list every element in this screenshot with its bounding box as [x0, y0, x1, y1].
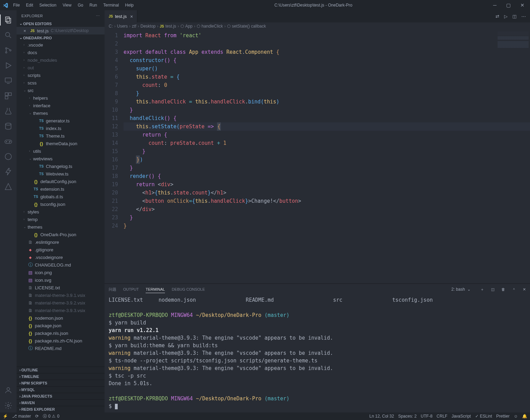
status-spaces[interactable]: Spaces: 2 [398, 414, 416, 419]
status-eol[interactable]: CRLF [436, 414, 447, 419]
file-item[interactable]: ▧icon.png [17, 269, 105, 276]
collapsed-panel[interactable]: ›MYSQL [17, 386, 105, 393]
file-item[interactable]: TSglobals.d.ts [17, 193, 105, 200]
file-item[interactable]: 🗎material-theme-3.9.1.vsix [17, 291, 105, 299]
activity-test[interactable] [0, 104, 17, 118]
file-item[interactable]: TSextension.ts [17, 185, 105, 193]
more-actions-icon[interactable]: ⋯ [521, 14, 526, 19]
breadcrumbs[interactable]: C:› Users› ztf› Desktop› JS test.js› ⬡ A… [105, 22, 530, 30]
collapsed-panel[interactable]: ›MAVEN [17, 399, 105, 406]
kill-terminal-icon[interactable]: 🗑 [501, 287, 505, 291]
minimize-button[interactable]: ─ [490, 1, 499, 9]
status-eslint[interactable]: ✓ ESLint [475, 414, 492, 419]
split-terminal-icon[interactable]: ◫ [491, 287, 494, 292]
folder-item[interactable]: ›helpers [17, 94, 105, 102]
menu-run[interactable]: Run [87, 1, 100, 9]
menu-help[interactable]: Help [122, 1, 137, 9]
activity-lightning[interactable] [0, 165, 17, 179]
panel-tab-problems[interactable]: 问题 [109, 286, 116, 293]
file-item[interactable]: ⓘCHANGELOG.md [17, 261, 105, 269]
collapsed-panel[interactable]: ›REDIS EXPLORER [17, 406, 105, 412]
file-item[interactable]: ▧icon.svg [17, 276, 105, 284]
file-item[interactable]: {}tsconfig.json [17, 200, 105, 208]
panel-tab-output[interactable]: OUTPUT [123, 286, 139, 293]
activity-edge[interactable] [0, 150, 17, 163]
activity-search[interactable] [0, 28, 17, 42]
file-item[interactable]: ◆.gitignore [17, 246, 105, 253]
menu-file[interactable]: File [10, 1, 22, 9]
panel-tab-terminal[interactable]: TERMINAL [146, 286, 165, 293]
folder-item[interactable]: ›utils [17, 147, 105, 155]
file-item[interactable]: {}themeData.json [17, 140, 105, 147]
run-icon[interactable]: ▷ [504, 14, 508, 19]
folder-item[interactable]: ›.vscode [17, 41, 105, 49]
menu-edit[interactable]: Edit [23, 1, 36, 9]
file-item[interactable]: ◆.vscodeignore [17, 253, 105, 261]
file-item[interactable]: {}defaultConfig.json [17, 178, 105, 185]
folder-item[interactable]: ⌄themes [17, 223, 105, 231]
status-lncol[interactable]: Ln 12, Col 32 [370, 414, 394, 419]
status-branch[interactable]: ⎇ master [12, 414, 31, 419]
file-item[interactable]: 🗎material-theme-3.9.3.vsix [17, 307, 105, 314]
file-item[interactable]: 🗎.eslintignore [17, 238, 105, 246]
open-editor-item[interactable]: × JS test.js C:\Users\ztf\Desktop [17, 27, 105, 34]
status-language[interactable]: JavaScript [452, 414, 471, 419]
collapsed-panel[interactable]: ›JAVA PROJECTS [17, 393, 105, 399]
collapsed-panel[interactable]: ›TIMELINE [17, 373, 105, 380]
file-item[interactable]: {}OneDark-Pro.json [17, 231, 105, 238]
folder-item[interactable]: ›node_modules [17, 56, 105, 64]
folder-item[interactable]: ›interface [17, 102, 105, 109]
activity-debug[interactable] [0, 59, 17, 72]
file-item[interactable]: ⓘREADME.md [17, 344, 105, 352]
close-panel-icon[interactable]: ✕ [523, 287, 526, 292]
file-item[interactable]: TSindex.ts [17, 124, 105, 132]
minimap[interactable] [498, 31, 529, 52]
maximize-button[interactable]: ▢ [503, 1, 513, 9]
file-item[interactable]: {}package.nls.json [17, 329, 105, 337]
status-remote[interactable]: ⚡ [3, 414, 8, 419]
panel-tab-debugconsole[interactable]: DEBUG CONSOLE [172, 286, 205, 293]
editor-tab-testjs[interactable]: JS test.js × [105, 10, 137, 22]
folder-item[interactable]: ⌄themes [17, 109, 105, 117]
file-item[interactable]: TSgenerator.ts [17, 117, 105, 124]
file-item[interactable]: TSWebview.ts [17, 170, 105, 178]
file-item[interactable]: 🗎material-theme-3.9.2.vsix [17, 299, 105, 307]
activity-explorer[interactable] [0, 13, 17, 27]
activity-db[interactable] [0, 119, 17, 133]
folder-item[interactable]: ›docs [17, 49, 105, 56]
terminal-select[interactable]: 2: bash ⌄ [449, 286, 473, 292]
activity-remote[interactable] [0, 74, 17, 88]
menu-terminal[interactable]: Terminal [100, 1, 121, 9]
status-bell-icon[interactable]: 🔔 [522, 414, 527, 419]
new-terminal-icon[interactable]: ＋ [480, 287, 484, 292]
file-item[interactable]: 🗎LICENSE.txt [17, 284, 105, 291]
collapsed-panel[interactable]: ›NPM SCRIPTS [17, 380, 105, 386]
code-area[interactable]: import React from 'react'export default … [124, 30, 530, 283]
activity-extensions[interactable] [0, 89, 17, 103]
menu-selection[interactable]: Selection [37, 1, 59, 9]
activity-azure[interactable] [0, 180, 17, 194]
status-feedback-icon[interactable]: ☺ [514, 414, 518, 419]
activity-settings[interactable] [0, 399, 17, 412]
folder-item[interactable]: ›scripts [17, 71, 105, 79]
folder-item[interactable]: ›temp [17, 216, 105, 223]
file-item[interactable]: {}nodemon.json [17, 314, 105, 322]
activity-account[interactable] [0, 383, 17, 397]
menu-go[interactable]: Go [75, 1, 86, 9]
status-problems[interactable]: ⓧ 0 ⚠ 0 [43, 413, 59, 419]
compare-changes-icon[interactable]: ⇄ [495, 14, 499, 19]
project-header[interactable]: ⌄ONEDARK-PRO [17, 34, 105, 41]
terminal-content[interactable]: LICENSE.txt nodemon.json README.md src t… [105, 295, 530, 412]
folder-item[interactable]: ›out [17, 64, 105, 71]
tab-close-icon[interactable]: × [130, 14, 133, 19]
editor[interactable]: 123456789101112131415161718192021222324 … [105, 30, 530, 283]
activity-game[interactable] [0, 134, 17, 148]
close-button[interactable]: ✕ [518, 1, 527, 9]
folder-item[interactable]: ⌄src [17, 87, 105, 94]
explorer-more-icon[interactable]: ⋯ [96, 14, 100, 18]
file-item[interactable]: TSChangelog.ts [17, 162, 105, 170]
folder-item[interactable]: ›scss [17, 79, 105, 87]
activity-scm[interactable] [0, 43, 17, 57]
menu-view[interactable]: View [60, 1, 74, 9]
open-editors-header[interactable]: ⌄OPEN EDITORS [17, 20, 105, 27]
